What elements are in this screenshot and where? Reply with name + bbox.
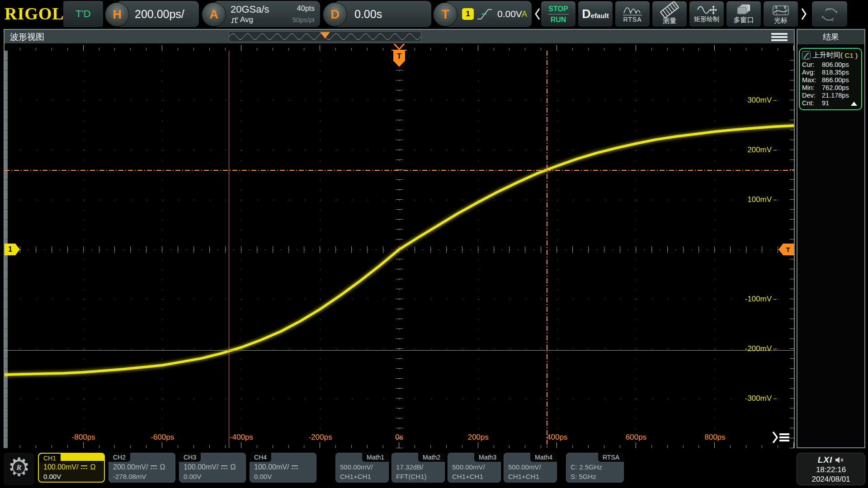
results-expand-icon[interactable]	[772, 431, 789, 444]
measure-cursor-lower-vertical[interactable]	[229, 51, 229, 448]
time-label: 600ps	[626, 433, 646, 442]
run-stop-divider	[548, 14, 569, 14]
menu-icon[interactable]	[771, 33, 788, 42]
ch2-offset: -278.08mV	[113, 473, 146, 480]
waveform-position-preview[interactable]	[229, 31, 421, 42]
math-card-math4[interactable]: Math4 500.00mV/ CH1+CH1	[504, 453, 557, 483]
ch1-tab: CH1	[39, 454, 61, 463]
math1-expression: CH1+CH1	[340, 473, 371, 480]
waveform-cycle-button[interactable]	[812, 1, 847, 27]
measurement-name: 上升时间(	[812, 51, 843, 60]
run-stop-button[interactable]: STOP RUN	[541, 1, 576, 27]
multi-window-icon	[737, 4, 750, 15]
system-time: 18:22:16	[797, 465, 865, 474]
ch4-tab: CH4	[250, 453, 271, 462]
graticule: T 1 T 300mV200mV100mV-100mV-200mV-300mV …	[5, 51, 794, 448]
measure-cursor-lower-horizontal[interactable]	[5, 350, 794, 351]
scroll-up-icon[interactable]	[851, 102, 857, 106]
math-card-math2[interactable]: Math2 17.32dB/ FFT(CH1)	[392, 453, 445, 483]
measurement-name-suffix: )	[855, 52, 858, 60]
waveform-view-title: 波形视图	[10, 31, 44, 43]
math2-tab: Math2	[418, 453, 445, 462]
cycle-arrows-icon	[819, 6, 840, 23]
time-label: -800ps	[72, 433, 95, 442]
ch2-impedance: Ω	[160, 463, 165, 471]
horizontal-ruler	[5, 43, 794, 51]
cursor-button[interactable]: A B 光标	[764, 1, 798, 27]
math1-scale: 500.00mV/	[340, 463, 373, 471]
average-mode-icon: N	[231, 17, 238, 23]
rtsa-center-freq: C: 2.5GHz	[571, 463, 602, 471]
acquisition-settings-group[interactable]: A 20GSa/s 40pts N Avg 50ps/pt	[202, 1, 320, 27]
measure-cursor-upper-horizontal[interactable]	[5, 170, 794, 171]
trigger-knob[interactable]: T	[433, 2, 458, 27]
ch4-offset: 0.00V	[254, 473, 272, 480]
multi-window-button[interactable]: 多窗口	[726, 1, 761, 27]
rigol-logo: RIGOL	[5, 4, 64, 23]
waveform-view-window: 波形视图	[4, 29, 795, 448]
default-initial: D	[582, 7, 591, 21]
ch2-tab: CH2	[108, 453, 130, 462]
rtsa-label: RTSA	[623, 15, 642, 23]
run-label: RUN	[551, 16, 566, 23]
math4-tab: Math4	[530, 453, 557, 462]
measurement-row: Avg:818.35ps	[802, 69, 859, 76]
ch3-offset: 0.00V	[184, 473, 201, 480]
rise-time-measurement-card[interactable]: 上升时间(C1) Cur:806.00ps Avg:818.35ps Max:8…	[799, 48, 862, 110]
time-label: -600ps	[151, 433, 174, 442]
trigger-auto-indicator: A	[522, 1, 527, 27]
delay-knob[interactable]: D	[323, 2, 347, 27]
stop-label: STOP	[548, 5, 568, 13]
trigger-level: 0.00V	[497, 1, 522, 27]
measurement-row: Dev:21.178ps	[802, 92, 859, 99]
dc-coupling-icon	[80, 465, 88, 470]
channel-card-ch2[interactable]: CH2 200.00mV/ Ω -278.08mV	[108, 453, 175, 483]
channel-card-ch1[interactable]: CH1 100.00mV/ Ω 0.00V	[38, 453, 105, 483]
rtsa-button[interactable]: RTSA	[615, 1, 650, 27]
math3-tab: Math3	[474, 453, 501, 462]
collapse-left-icon[interactable]	[534, 7, 541, 21]
cursor-ab-icon: A B	[773, 4, 789, 15]
measure-cursor-upper-vertical[interactable]	[547, 51, 547, 448]
default-rest: efault	[591, 12, 609, 19]
rtsa-tab: RTSA	[598, 453, 624, 462]
channel1-waveform	[5, 51, 794, 448]
horizontal-knob[interactable]: H	[105, 2, 129, 27]
acquisition-knob[interactable]: A	[202, 2, 226, 27]
delay-panel	[335, 1, 431, 27]
status-clock-box: LXI 18:22:16 2024/08/01	[797, 453, 865, 485]
math-card-math1[interactable]: Math1 500.00mV/ CH1+CH1	[335, 453, 389, 483]
rigol-gear-letter: R	[13, 462, 25, 474]
default-button[interactable]: D efault	[578, 1, 613, 27]
time-label: 200ps	[467, 433, 488, 442]
time-label: 400ps	[547, 433, 567, 442]
delay-settings-group[interactable]: D 0.00s	[323, 1, 431, 27]
time-label: -400ps	[230, 433, 253, 442]
ch1-impedance: Ω	[90, 463, 95, 471]
multi-window-label: 多窗口	[734, 16, 754, 24]
measurement-channel: C1	[844, 52, 854, 60]
wave-move-icon	[697, 5, 717, 14]
system-gear-button[interactable]: ⚙ R	[4, 453, 34, 485]
oscilloscope-screen: RIGOL T'D H 200.00ps/ A 20GSa/s 40pts N …	[0, 0, 868, 488]
expand-right-icon[interactable]	[800, 7, 807, 21]
math4-expression: CH1+CH1	[508, 473, 539, 480]
voltage-label: -100mV	[745, 295, 777, 304]
results-header: 结果	[797, 30, 864, 44]
svg-text:A: A	[775, 5, 778, 9]
ch4-scale: 100.00mV/	[254, 463, 289, 471]
waveform-view-titlebar: 波形视图	[5, 30, 794, 43]
rtsa-card[interactable]: RTSA C: 2.5GHz S: 5GHz	[566, 453, 624, 483]
preview-trigger-position-icon[interactable]	[320, 32, 330, 38]
rect-draw-button[interactable]: 矩形绘制	[689, 1, 724, 27]
channel-card-ch3[interactable]: CH3 100.00mV/ Ω 0.00V	[179, 453, 246, 483]
math-card-math3[interactable]: Math3 500.00mV/ CH1+CH1	[448, 453, 501, 483]
ch3-impedance: Ω	[230, 463, 236, 471]
time-resolution: 50ps/pt	[292, 16, 315, 23]
channel-card-ch4[interactable]: CH4 100.00mV/ 0.00V	[250, 453, 316, 483]
measure-button[interactable]: 测量	[652, 1, 687, 27]
voltage-label: 200mV	[747, 145, 777, 155]
lxi-logo: LXI	[818, 455, 833, 465]
trigger-settings-group[interactable]: T 1 0.00V A	[433, 1, 532, 27]
horizontal-settings-group[interactable]: H 200.00ps/	[105, 1, 199, 27]
